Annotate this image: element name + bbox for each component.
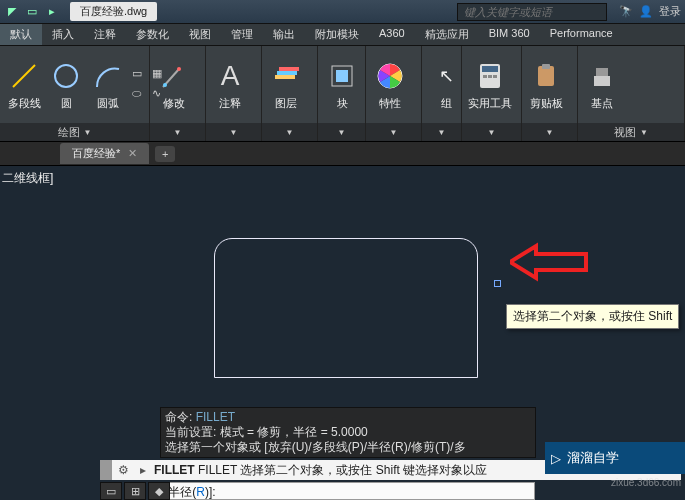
circle-label: 圆 bbox=[61, 96, 72, 111]
props-tool[interactable]: 特性 bbox=[372, 58, 408, 111]
chevron-down-icon[interactable]: ▼ bbox=[390, 128, 398, 137]
svg-rect-5 bbox=[275, 75, 295, 79]
chevron-down-icon[interactable]: ▼ bbox=[174, 128, 182, 137]
chevron-down-icon[interactable]: ▼ bbox=[438, 128, 446, 137]
tab-annotate[interactable]: 注释 bbox=[84, 24, 126, 45]
chevron-down-icon[interactable]: ▼ bbox=[546, 128, 554, 137]
circle-tool[interactable]: 圆 bbox=[48, 58, 84, 111]
block-label: 块 bbox=[337, 96, 348, 111]
panel-block: 块 ▼ bbox=[318, 46, 366, 141]
arc-label: 圆弧 bbox=[97, 96, 119, 111]
colorwheel-icon bbox=[372, 58, 408, 94]
panel-clipboard: 剪贴板 ▼ bbox=[522, 46, 578, 141]
panel-draw-title: 绘图 bbox=[58, 125, 80, 140]
ellipse-icon[interactable]: ⬭ bbox=[132, 87, 148, 103]
polyline-label: 多段线 bbox=[8, 96, 41, 111]
close-tab-icon[interactable]: ✕ bbox=[128, 147, 137, 160]
chevron-down-icon[interactable]: ▼ bbox=[230, 128, 238, 137]
panel-utilities: 实用工具 ▼ bbox=[462, 46, 522, 141]
svg-rect-6 bbox=[277, 71, 297, 75]
tab-default[interactable]: 默认 bbox=[0, 24, 42, 45]
commandline-text: FILLET 选择第二个对象，或按住 Shift 键选择对象以应 bbox=[198, 463, 487, 477]
tab-output[interactable]: 输出 bbox=[263, 24, 305, 45]
status-icons: ▭ ⊞ ◆ bbox=[100, 482, 170, 500]
app-icon[interactable]: ◤ bbox=[4, 4, 20, 20]
clip-label: 剪贴板 bbox=[530, 96, 563, 111]
viewstyle-badge[interactable]: 二维线框] bbox=[2, 170, 53, 187]
commandline-drag-handle[interactable] bbox=[100, 460, 112, 480]
login-link[interactable]: 登录 bbox=[659, 4, 681, 19]
snap-toggle[interactable]: ◆ bbox=[148, 482, 170, 500]
chevron-right-icon[interactable]: ▸ bbox=[134, 463, 152, 477]
user-icon[interactable]: 👤 bbox=[639, 5, 653, 18]
clipboard-icon bbox=[528, 58, 564, 94]
panel-properties: 特性 ▼ bbox=[366, 46, 422, 141]
panel-group: ↖组 ▼ bbox=[422, 46, 462, 141]
util-label: 实用工具 bbox=[468, 96, 512, 111]
svg-rect-7 bbox=[279, 67, 299, 71]
tab-addins[interactable]: 附加模块 bbox=[305, 24, 369, 45]
panel-annotation: A注释 ▼ bbox=[206, 46, 262, 141]
modify-icon bbox=[156, 58, 192, 94]
util-tool[interactable]: 实用工具 bbox=[468, 58, 512, 111]
svg-point-3 bbox=[177, 67, 181, 71]
gear-icon[interactable]: ⚙ bbox=[112, 463, 134, 477]
props-label: 特性 bbox=[379, 96, 401, 111]
layers-tool[interactable]: 图层 bbox=[268, 58, 304, 111]
svg-rect-14 bbox=[488, 75, 492, 78]
tab-a360[interactable]: A360 bbox=[369, 24, 415, 45]
rect-icon[interactable]: ▭ bbox=[132, 67, 148, 83]
binoculars-icon[interactable]: 🔭 bbox=[619, 5, 633, 18]
text-tool[interactable]: A注释 bbox=[212, 58, 248, 111]
watermark-text: 溜溜自学 bbox=[567, 449, 619, 467]
line-tool[interactable]: 多段线 bbox=[6, 58, 42, 111]
group-tool[interactable]: ↖组 bbox=[428, 58, 464, 111]
svg-rect-15 bbox=[493, 75, 497, 78]
file-tab-active[interactable]: 百度经验* ✕ bbox=[60, 143, 149, 164]
chevron-down-icon[interactable]: ▼ bbox=[286, 128, 294, 137]
block-tool[interactable]: 块 bbox=[324, 58, 360, 111]
add-tab-button[interactable]: + bbox=[155, 146, 175, 162]
svg-rect-19 bbox=[596, 68, 608, 76]
command-tooltip: 选择第二个对象，或按住 Shift bbox=[506, 304, 679, 329]
watermark-badge: ▷ 溜溜自学 zixue.3d66.com bbox=[545, 442, 685, 474]
tab-parametric[interactable]: 参数化 bbox=[126, 24, 179, 45]
open-icon[interactable]: ▸ bbox=[44, 4, 60, 20]
chevron-down-icon[interactable]: ▼ bbox=[640, 128, 648, 137]
group-label: 组 bbox=[441, 96, 452, 111]
svg-rect-18 bbox=[594, 76, 610, 86]
text-icon: A bbox=[212, 58, 248, 94]
tab-featured[interactable]: 精选应用 bbox=[415, 24, 479, 45]
calculator-icon bbox=[472, 58, 508, 94]
file-tabs: 百度经验* ✕ + bbox=[0, 142, 685, 166]
command-input[interactable]: [半径(R)]: bbox=[160, 482, 535, 500]
ribbon: 多段线 圆 圆弧 ▭ ▦ ⬭ ∿ 绘图▼ 修改 ▼ A注释 ▼ 图层 ▼ 块 ▼… bbox=[0, 46, 685, 142]
keyword-search-input[interactable] bbox=[457, 3, 607, 21]
tab-manage[interactable]: 管理 bbox=[221, 24, 263, 45]
red-arrow-annotation bbox=[510, 242, 590, 282]
base-tool[interactable]: 基点 bbox=[584, 58, 620, 111]
clip-tool[interactable]: 剪贴板 bbox=[528, 58, 564, 111]
modify-tool[interactable]: 修改 bbox=[156, 58, 192, 111]
svg-rect-12 bbox=[482, 66, 498, 72]
watermark-url: zixue.3d66.com bbox=[611, 477, 681, 488]
chevron-down-icon[interactable]: ▼ bbox=[488, 128, 496, 137]
chevron-down-icon[interactable]: ▼ bbox=[84, 128, 92, 137]
arc-tool[interactable]: 圆弧 bbox=[90, 58, 126, 111]
tab-bim360[interactable]: BIM 360 bbox=[479, 24, 540, 45]
layers-label: 图层 bbox=[275, 96, 297, 111]
tab-performance[interactable]: Performance bbox=[540, 24, 623, 45]
view-title: 视图 bbox=[614, 125, 636, 140]
tab-insert[interactable]: 插入 bbox=[42, 24, 84, 45]
ribbon-tabs: 默认 插入 注释 参数化 视图 管理 输出 附加模块 A360 精选应用 BIM… bbox=[0, 24, 685, 46]
tab-view[interactable]: 视图 bbox=[179, 24, 221, 45]
new-icon[interactable]: ▭ bbox=[24, 4, 40, 20]
grid-toggle[interactable]: ⊞ bbox=[124, 482, 146, 500]
model-button[interactable]: ▭ bbox=[100, 482, 122, 500]
block-icon bbox=[324, 58, 360, 94]
chevron-down-icon[interactable]: ▼ bbox=[338, 128, 346, 137]
panel-base: 基点 视图▼ bbox=[578, 46, 685, 141]
rounded-rectangle-shape[interactable] bbox=[214, 238, 478, 378]
selection-grip[interactable] bbox=[494, 280, 501, 287]
svg-marker-20 bbox=[510, 246, 586, 278]
